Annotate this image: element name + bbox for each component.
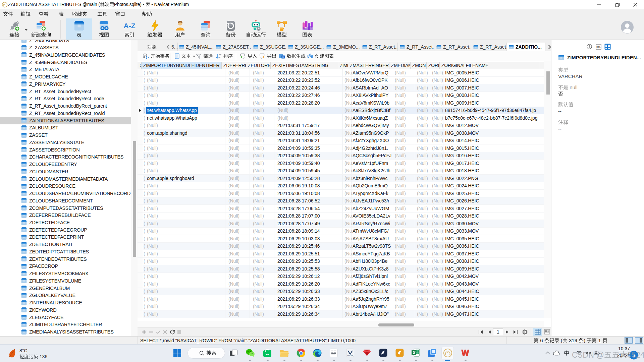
svg-text:ABC: ABC	[281, 57, 285, 59]
svg-text:VeraCrypt: VeraCrypt	[347, 355, 354, 356]
svg-text:A-Z: A-Z	[124, 22, 136, 29]
svg-text:DDL: DDL	[596, 46, 601, 48]
